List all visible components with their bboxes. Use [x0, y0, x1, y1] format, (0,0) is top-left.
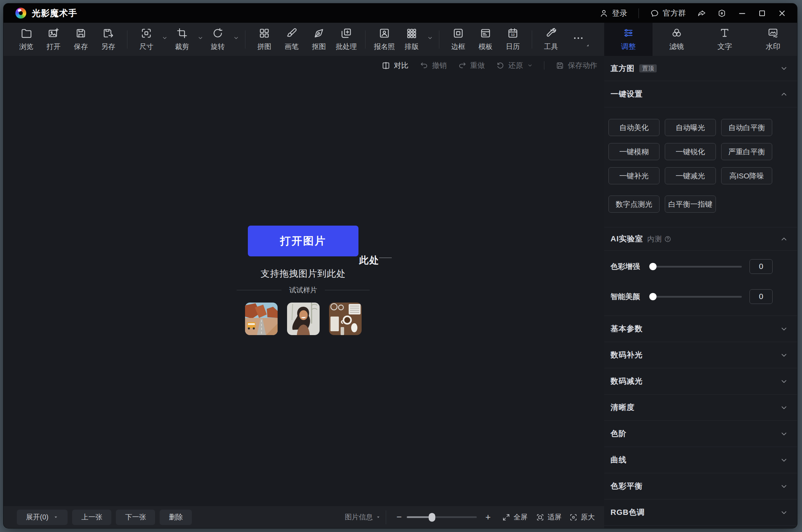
- login-button[interactable]: 登录: [599, 8, 627, 19]
- toolbar-size-button[interactable]: 尺寸: [133, 27, 160, 51]
- previous-image-button[interactable]: 上一张: [72, 510, 111, 525]
- toolbar-brush-button[interactable]: 画笔: [278, 27, 305, 51]
- chevron-down-icon[interactable]: [197, 35, 203, 41]
- zoom-out-button[interactable]: −: [395, 512, 403, 523]
- save-action-button[interactable]: 保存动作: [556, 61, 597, 70]
- section-header-rgb-tone[interactable]: RGB色调: [604, 499, 797, 526]
- official-group-button[interactable]: 官方群: [650, 8, 686, 19]
- color-enhance-slider[interactable]: [652, 266, 742, 268]
- chevron-up-icon[interactable]: [780, 90, 788, 98]
- pinned-badge: 置顶: [639, 64, 657, 72]
- bottombar: 展开(0) 上一张 下一张 删除 图片信息 −: [4, 506, 604, 528]
- toolbar-calendar-button[interactable]: 12日历: [499, 27, 526, 51]
- chevron-down-icon[interactable]: [780, 456, 788, 464]
- help-icon[interactable]: [664, 235, 671, 243]
- chevron-down-icon[interactable]: [780, 430, 788, 438]
- auto-exposure-button[interactable]: 自动曝光: [665, 119, 716, 136]
- sample-desk-flatlay[interactable]: [329, 303, 362, 335]
- digital-spot-metering-button[interactable]: 数字点测光: [608, 196, 660, 213]
- fullscreen-button[interactable]: 全屏: [502, 512, 528, 522]
- chevron-down-icon[interactable]: [527, 63, 533, 68]
- compare-button[interactable]: 对比: [382, 61, 409, 70]
- section-header-clarity[interactable]: 清晰度: [604, 395, 797, 421]
- filter-circles-icon: [671, 27, 682, 38]
- color-enhance-slider-handle[interactable]: [649, 263, 657, 270]
- delete-image-button[interactable]: 删除: [160, 510, 192, 525]
- one-key-sharpen-button[interactable]: 一键锐化: [665, 143, 716, 160]
- redo-button[interactable]: 重做: [458, 61, 485, 70]
- tab-adjust[interactable]: 调整: [604, 23, 653, 56]
- close-button[interactable]: [777, 9, 787, 18]
- sample-portrait-woman[interactable]: [287, 303, 320, 335]
- toolbar-browse-button[interactable]: 浏览: [13, 27, 40, 51]
- chevron-down-icon[interactable]: [162, 35, 168, 41]
- smart-beauty-slider-handle[interactable]: [649, 293, 657, 300]
- toolbar-cutout-button[interactable]: 抠图: [305, 27, 333, 51]
- auto-white-balance-button[interactable]: 自动白平衡: [721, 119, 772, 136]
- section-header-color-balance[interactable]: 色彩平衡: [604, 473, 797, 499]
- one-key-reduce-light-button[interactable]: 一键减光: [665, 167, 716, 184]
- original-size-button[interactable]: 原大: [569, 512, 595, 522]
- chevron-down-icon[interactable]: [427, 35, 433, 41]
- divider-line: [237, 290, 281, 290]
- toolbar-template-button[interactable]: 模板: [472, 27, 499, 51]
- chevron-down-icon[interactable]: [780, 509, 788, 517]
- toolbar-id-photo-button[interactable]: 报名照: [371, 27, 398, 51]
- section-header-digital-reduce-light[interactable]: 数码减光: [604, 368, 797, 395]
- fit-screen-button[interactable]: 适屏: [536, 512, 562, 522]
- toolbar-more-button[interactable]: [565, 32, 592, 47]
- chevron-down-icon[interactable]: [780, 482, 788, 490]
- zoom-slider-handle[interactable]: [429, 513, 435, 522]
- chevron-down-icon[interactable]: [780, 325, 788, 333]
- chevron-up-icon[interactable]: [780, 235, 788, 243]
- ai-lab-section-header[interactable]: AI实验室 内测: [604, 227, 797, 251]
- one-key-fill-light-button[interactable]: 一键补光: [608, 167, 660, 184]
- chevron-down-icon[interactable]: [780, 404, 788, 412]
- toolbar-save-as-button[interactable]: 另存: [95, 27, 122, 51]
- high-iso-denoise-button[interactable]: 高ISO降噪: [721, 167, 772, 184]
- minimize-button[interactable]: [738, 9, 747, 18]
- one-key-blur-button[interactable]: 一键模糊: [608, 143, 660, 160]
- section-header-basic-params[interactable]: 基本参数: [604, 316, 797, 342]
- severe-white-balance-button[interactable]: 严重白平衡: [721, 143, 772, 160]
- undo-button[interactable]: 撤销: [420, 61, 447, 70]
- chevron-down-icon[interactable]: [780, 351, 788, 359]
- section-header-levels[interactable]: 色阶: [604, 421, 797, 447]
- tab-filter[interactable]: 滤镜: [653, 23, 701, 56]
- toolbar-rotate-button[interactable]: 旋转: [204, 27, 231, 51]
- section-header-digital-fill-light[interactable]: 数码补光: [604, 342, 797, 368]
- color-enhance-value[interactable]: 0: [749, 259, 773, 274]
- sample-desert-van[interactable]: [245, 303, 278, 335]
- toolbar-tools-button[interactable]: 工具: [537, 27, 565, 51]
- tab-text[interactable]: 文字: [701, 23, 749, 56]
- section-header-curves[interactable]: 曲线: [604, 447, 797, 473]
- histogram-section-header[interactable]: 直方图 置顶: [604, 56, 797, 81]
- settings-icon[interactable]: [717, 9, 726, 18]
- share-icon[interactable]: [697, 9, 706, 18]
- chevron-down-icon[interactable]: [233, 35, 239, 41]
- toolbar-crop-button[interactable]: 裁剪: [168, 27, 196, 51]
- expand-thumbnails-button[interactable]: 展开(0): [17, 510, 68, 525]
- chevron-down-icon[interactable]: [780, 377, 788, 385]
- toolbar-collage-button[interactable]: 拼图: [251, 27, 278, 51]
- zoom-slider[interactable]: [407, 516, 477, 518]
- image-info-button[interactable]: 图片信息: [345, 512, 381, 522]
- auto-beautify-button[interactable]: 自动美化: [608, 119, 660, 136]
- toolbar-border-button[interactable]: 边框: [445, 27, 472, 51]
- toolbar-label: 拼图: [257, 42, 271, 51]
- zoom-in-button[interactable]: +: [484, 512, 492, 523]
- toolbar-batch-button[interactable]: 批处理: [333, 27, 360, 51]
- restore-button[interactable]: 还原: [496, 61, 533, 70]
- toolbar-open-button[interactable]: 打开: [40, 27, 67, 51]
- next-image-button[interactable]: 下一张: [116, 510, 155, 525]
- toolbar-layout-button[interactable]: 排版: [398, 27, 425, 51]
- one-key-section-header[interactable]: 一键设置: [604, 81, 797, 107]
- toolbar-save-button[interactable]: 保存: [67, 27, 95, 51]
- maximize-button[interactable]: [758, 9, 766, 17]
- chevron-down-icon[interactable]: [780, 64, 788, 72]
- smart-beauty-slider[interactable]: [652, 296, 742, 298]
- smart-beauty-value[interactable]: 0: [749, 289, 773, 304]
- white-balance-one-key-button[interactable]: 白平衡一指键: [665, 196, 716, 213]
- tab-watermark[interactable]: 水印: [749, 23, 797, 56]
- open-image-button[interactable]: 打开图片: [248, 226, 358, 256]
